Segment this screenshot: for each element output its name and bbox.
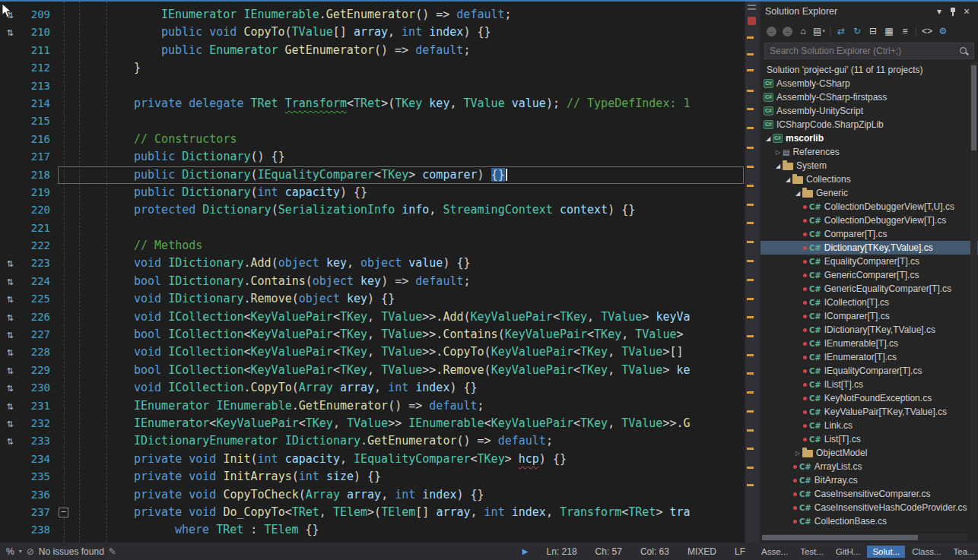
collapse-arrow-icon[interactable]: ◢: [783, 176, 792, 183]
tree-item[interactable]: C#CollectionDebuggerView[T].cs: [760, 214, 978, 227]
implements-icon[interactable]: ⇅: [6, 313, 13, 323]
tree-item[interactable]: C#Assembly-CSharp-firstpass: [760, 90, 978, 104]
code-line[interactable]: ⇅210public void CopyTo(TValue[] array, i…: [0, 24, 745, 41]
code-line[interactable]: ⇅229bool ICollection<KeyValuePair<TKey, …: [0, 362, 745, 379]
zoom-control[interactable]: % ▾: [6, 546, 22, 557]
eol-indicator[interactable]: LF: [735, 546, 745, 557]
line-indicator[interactable]: Ln: 218: [547, 546, 577, 557]
code-line[interactable]: 222// Methods: [0, 237, 745, 255]
tree-item[interactable]: C#KeyValuePair[TKey,TValue].cs: [760, 405, 978, 419]
code-line[interactable]: 238where TRet : TElem {}: [0, 521, 745, 539]
tree-item[interactable]: C#IDictionary[TKey,TValue].cs: [760, 323, 978, 337]
code-line[interactable]: ⇅228void ICollection<KeyValuePair<TKey, …: [0, 343, 745, 361]
code-line[interactable]: 214private delegate TRet Transform<TRet>…: [0, 95, 745, 112]
code-line[interactable]: 211public Enumerator GetEnumerator() => …: [0, 42, 745, 59]
implements-icon[interactable]: ⇅: [6, 348, 13, 358]
collapse-arrow-icon[interactable]: ◢: [773, 163, 783, 169]
tree-item[interactable]: C#BitArray.cs: [760, 473, 978, 487]
implements-icon[interactable]: ⇅: [6, 28, 13, 38]
tree-item[interactable]: C#KeyNotFoundException.cs: [760, 391, 978, 405]
toolwindow-menu-icon[interactable]: ▾: [932, 5, 946, 18]
document-health-error-icon[interactable]: [748, 17, 756, 25]
code-line[interactable]: ⇅230void ICollection.CopyTo(Array array,…: [0, 379, 745, 397]
tree-item[interactable]: C#Assembly-CSharp: [760, 77, 978, 90]
tree-item[interactable]: ◢Generic: [760, 186, 978, 200]
code-line[interactable]: ⇅224bool IDictionary.Contains(object key…: [0, 273, 745, 290]
tree-item[interactable]: C#Dictionary[TKey,TValue].cs: [760, 241, 978, 255]
expand-arrow-icon[interactable]: ▷: [793, 450, 802, 457]
code-line[interactable]: ⇅223void IDictionary.Add(object key, obj…: [0, 255, 745, 272]
tree-item[interactable]: C#EqualityComparer[T].cs: [760, 255, 978, 268]
search-input[interactable]: [770, 46, 956, 56]
home-button[interactable]: ⌂: [795, 24, 811, 39]
panel-tab[interactable]: Tea...: [948, 546, 978, 558]
implements-icon[interactable]: ⇅: [6, 419, 13, 429]
code-line[interactable]: 239private static KeyValuePair<TKey, TVa…: [0, 539, 745, 543]
code-line[interactable]: ⇅231IEnumerator IEnumerable.GetEnumerato…: [0, 397, 745, 415]
column-indicator[interactable]: Col: 63: [640, 546, 669, 557]
code-line[interactable]: 219public Dictionary(int capacity) {}: [0, 184, 745, 201]
refresh-button[interactable]: ↻: [849, 24, 865, 39]
implements-icon[interactable]: ⇅: [6, 295, 13, 305]
implements-icon[interactable]: ⇅: [6, 277, 13, 287]
switch-views-button[interactable]: ▤▾: [811, 24, 827, 39]
tree-item[interactable]: C#IList[T].cs: [760, 378, 978, 391]
tree-vertical-scrollbar[interactable]: [970, 62, 977, 520]
implements-icon[interactable]: ⇅: [6, 437, 13, 447]
tree-item[interactable]: ◢C#mscorlib: [760, 131, 978, 145]
code-line[interactable]: 235private void InitArrays(int size) {}: [0, 468, 745, 486]
code-editor[interactable]: ⇅209IEnumerator IEnumerable.GetEnumerato…: [0, 2, 758, 543]
tree-item[interactable]: ▷ObjectModel: [760, 446, 978, 460]
forward-button[interactable]: →: [780, 24, 795, 39]
code-line[interactable]: 221: [0, 220, 745, 237]
expand-arrow-icon[interactable]: ▷: [773, 149, 783, 156]
issues-indicator[interactable]: ⊘ No issues found: [27, 546, 104, 557]
scrollbar-thumb[interactable]: [971, 65, 976, 150]
tree-item[interactable]: C#GenericComparer[T].cs: [760, 268, 978, 282]
close-icon[interactable]: ×: [960, 5, 973, 18]
collapse-arrow-icon[interactable]: ◢: [793, 190, 802, 197]
back-button[interactable]: ←: [764, 24, 779, 39]
view-code-button[interactable]: <>: [919, 24, 935, 39]
panel-tab[interactable]: Solut...: [867, 546, 905, 558]
tree-item[interactable]: C#IEnumerator[T].cs: [760, 350, 978, 364]
panel-tab[interactable]: Asse...: [756, 546, 793, 558]
code-line[interactable]: 218public Dictionary(IEqualityComparer<T…: [0, 166, 745, 184]
implements-icon[interactable]: ⇅: [6, 331, 13, 340]
scrollbar-thumb[interactable]: [762, 535, 918, 540]
implements-icon[interactable]: ⇅: [6, 402, 13, 412]
implements-icon[interactable]: ⇅: [6, 259, 13, 269]
code-line[interactable]: ⇅226void ICollection<KeyValuePair<TKey, …: [0, 308, 745, 326]
code-line[interactable]: 215: [0, 112, 745, 130]
tree-item[interactable]: C#GenericEqualityComparer[T].cs: [760, 282, 978, 296]
implements-icon[interactable]: ⇅: [6, 11, 13, 21]
search-box[interactable]: [764, 43, 974, 59]
code-line[interactable]: 237−private void Do_CopyTo<TRet, TElem>(…: [0, 504, 745, 521]
tree-item[interactable]: ◢Collections: [760, 172, 978, 186]
tree-item[interactable]: C#IComparer[T].cs: [760, 309, 978, 323]
implements-icon[interactable]: ⇅: [6, 384, 13, 394]
collapse-arrow-icon[interactable]: ◢: [764, 135, 773, 142]
show-all-files-button[interactable]: ▦: [881, 24, 897, 39]
search-icon[interactable]: [959, 46, 969, 56]
tree-item[interactable]: C#CollectionBase.cs: [760, 514, 978, 528]
encoding-indicator[interactable]: MIXED: [687, 546, 716, 557]
pin-icon[interactable]: [946, 5, 960, 18]
panel-tab[interactable]: Test...: [795, 546, 829, 558]
code-suggestions-icon[interactable]: ✎: [109, 546, 116, 557]
tree-item[interactable]: ▷▤References: [760, 145, 978, 159]
character-indicator[interactable]: Ch: 57: [595, 546, 622, 557]
properties-button[interactable]: ≡: [897, 24, 913, 39]
code-line[interactable]: ⇅209IEnumerator IEnumerable.GetEnumerato…: [0, 6, 745, 24]
panel-tab[interactable]: Class...: [907, 546, 946, 558]
code-line[interactable]: 217public Dictionary() {}: [0, 148, 745, 166]
navigate-indicator-icon[interactable]: ▶: [522, 547, 529, 555]
code-line[interactable]: ⇅232IEnumerator<KeyValuePair<TKey, TValu…: [0, 415, 745, 432]
tree-item[interactable]: C#Comparer[T].cs: [760, 227, 978, 241]
tree-item[interactable]: C#ICSharpCode.SharpZipLib: [760, 118, 978, 131]
tree-item[interactable]: ◢System: [760, 159, 978, 172]
code-line[interactable]: 234private void Init(int capacity, IEqua…: [0, 451, 745, 468]
code-line[interactable]: ⇅227bool ICollection<KeyValuePair<TKey, …: [0, 326, 745, 343]
sync-with-active-document-button[interactable]: ⇄: [834, 24, 849, 39]
tree-item[interactable]: C#List[T].cs: [760, 432, 978, 446]
